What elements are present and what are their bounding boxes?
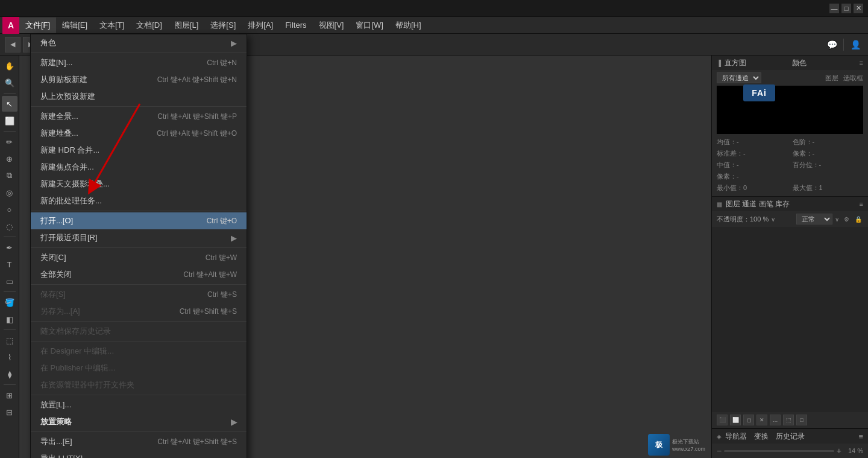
menu-color-role[interactable]: 角色 ▶	[31, 34, 247, 51]
menu-div-5	[31, 284, 247, 285]
new-shortcut: Ctrl 键+N	[207, 58, 237, 68]
new-clipboard-label: 从剪贴板新建	[40, 74, 87, 85]
menu-new-preset[interactable]: 从上次预设新建	[31, 88, 247, 105]
color-role-arrow: ▶	[231, 39, 237, 48]
new-stack-shortcut: Ctrl 键+Alt 键+Shift 键+O	[157, 129, 237, 139]
menu-open-finder: 在资源管理器中打开文件夹	[31, 377, 247, 393]
menu-save: 保存[S] Ctrl 键+S	[31, 286, 247, 303]
new-hdr-label: 新建 HDR 合并...	[40, 145, 99, 156]
menu-new-hdr[interactable]: 新建 HDR 合并...	[31, 142, 247, 159]
new-batch-label: 新的批处理任务...	[40, 196, 102, 206]
place-label: 放置[L]...	[40, 399, 71, 410]
menu-edit-designer: 在 Designer 中编辑...	[31, 343, 247, 360]
export-shortcut: Ctrl 键+Alt 键+Shift 键+S	[157, 437, 237, 447]
open-shortcut: Ctrl 键+O	[207, 216, 237, 226]
menu-div-4	[31, 247, 247, 248]
menu-save-as: 另存为...[A] Ctrl 键+Shift 键+S	[31, 303, 247, 320]
save-as-shortcut: Ctrl 键+Shift 键+S	[180, 307, 237, 317]
menu-auto-save: 随文档保存历史记录	[31, 323, 247, 340]
menu-place-strategy[interactable]: 放置策略 ▶	[31, 413, 247, 430]
menu-new-stack[interactable]: 新建堆叠... Ctrl 键+Alt 键+Shift 键+O	[31, 125, 247, 142]
menu-new-batch[interactable]: 新的批处理任务...	[31, 192, 247, 209]
menu-div-8	[31, 395, 247, 395]
open-finder-label: 在资源管理器中打开文件夹	[40, 380, 134, 390]
dropdown-overlay[interactable]: 角色 ▶ 新建[N]... Ctrl 键+N 从剪贴板新建 Ctrl 键+Alt…	[0, 0, 868, 458]
auto-save-label: 随文档保存历史记录	[40, 326, 111, 337]
menu-close-all[interactable]: 全部关闭 Ctrl 键+Alt 键+W	[31, 266, 247, 283]
close-shortcut: Ctrl 键+W	[206, 253, 237, 263]
new-panorama-shortcut: Ctrl 键+Alt 键+Shift 键+P	[157, 112, 237, 122]
new-panorama-label: 新建全景...	[40, 111, 78, 122]
new-preset-label: 从上次预设新建	[40, 91, 95, 102]
menu-open-recent[interactable]: 打开最近项目[R] ▶	[31, 229, 247, 246]
new-focus-label: 新建焦点合并...	[40, 162, 94, 173]
menu-div-2	[31, 106, 247, 107]
menu-open[interactable]: 打开...[O] Ctrl 键+O	[31, 212, 247, 229]
menu-div-9	[31, 431, 247, 432]
color-role-label: 角色	[40, 37, 56, 48]
menu-close[interactable]: 关闭[C] Ctrl 键+W	[31, 249, 247, 266]
menu-div-1	[31, 52, 247, 53]
save-as-label: 另存为...[A]	[40, 306, 80, 317]
menu-new-focus[interactable]: 新建焦点合并...	[31, 159, 247, 176]
menu-place[interactable]: 放置[L]...	[31, 396, 247, 413]
new-clipboard-shortcut: Ctrl 键+Alt 键+Shift 键+N	[157, 75, 237, 85]
open-recent-label: 打开最近项目[R]	[40, 232, 98, 243]
edit-designer-label: 在 Designer 中编辑...	[40, 346, 114, 357]
place-strategy-arrow: ▶	[231, 418, 237, 427]
close-all-shortcut: Ctrl 键+Alt 键+W	[183, 270, 237, 280]
edit-publisher-label: 在 Publisher 中编辑...	[40, 363, 115, 374]
menu-new-clipboard[interactable]: 从剪贴板新建 Ctrl 键+Alt 键+Shift 键+N	[31, 71, 247, 88]
menu-edit-publisher: 在 Publisher 中编辑...	[31, 360, 247, 377]
open-label: 打开...[O]	[40, 215, 73, 226]
close-label: 关闭[C]	[40, 252, 66, 263]
menu-div-6	[31, 321, 247, 322]
new-astro-label: 新建天文摄影堆叠...	[40, 179, 110, 189]
new-stack-label: 新建堆叠...	[40, 128, 78, 139]
export-lut-label: 导出 LUT[X]...	[40, 453, 89, 458]
menu-export[interactable]: 导出...[E] Ctrl 键+Alt 键+Shift 键+S	[31, 433, 247, 450]
save-shortcut: Ctrl 键+S	[207, 290, 237, 300]
menu-div-7	[31, 341, 247, 342]
file-dropdown-menu: 角色 ▶ 新建[N]... Ctrl 键+N 从剪贴板新建 Ctrl 键+Alt…	[30, 34, 247, 458]
menu-new-astro[interactable]: 新建天文摄影堆叠...	[31, 176, 247, 192]
new-label: 新建[N]...	[40, 57, 72, 68]
menu-div-3	[31, 211, 247, 211]
export-label: 导出...[E]	[40, 436, 72, 447]
close-all-label: 全部关闭	[40, 269, 72, 280]
save-label: 保存[S]	[40, 289, 66, 300]
menu-new-panorama[interactable]: 新建全景... Ctrl 键+Alt 键+Shift 键+P	[31, 108, 247, 125]
menu-new[interactable]: 新建[N]... Ctrl 键+N	[31, 54, 247, 71]
place-strategy-label: 放置策略	[40, 416, 72, 427]
menu-export-lut[interactable]: 导出 LUT[X]...	[31, 450, 247, 458]
open-recent-arrow: ▶	[231, 234, 237, 243]
